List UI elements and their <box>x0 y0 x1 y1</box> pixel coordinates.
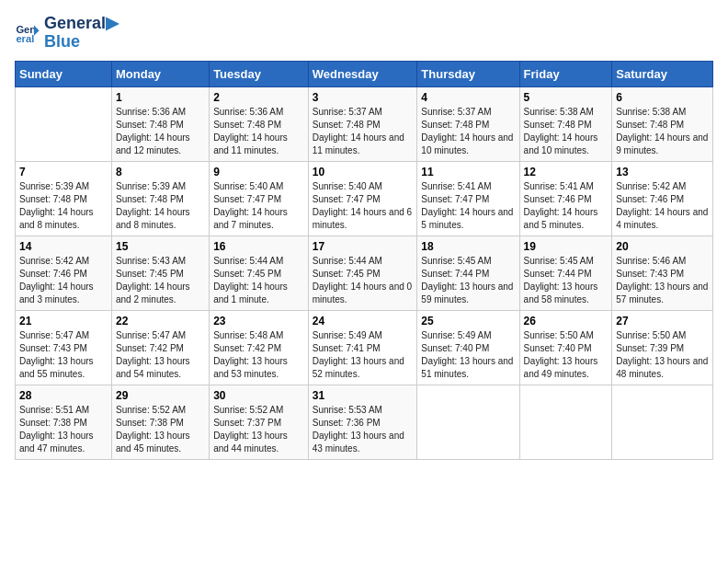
day-cell: 25Sunrise: 5:49 AMSunset: 7:40 PMDayligh… <box>417 310 519 385</box>
week-row-4: 21Sunrise: 5:47 AMSunset: 7:43 PMDayligh… <box>16 310 713 385</box>
day-cell: 30Sunrise: 5:52 AMSunset: 7:37 PMDayligh… <box>210 385 309 459</box>
day-info: Sunrise: 5:45 AMSunset: 7:44 PMDaylight:… <box>524 255 609 306</box>
day-info: Sunrise: 5:49 AMSunset: 7:41 PMDaylight:… <box>313 329 414 381</box>
day-cell <box>519 385 612 459</box>
day-number: 13 <box>616 166 709 178</box>
header-monday: Monday <box>111 61 209 86</box>
svg-marker-2 <box>34 25 40 35</box>
day-cell: 6Sunrise: 5:38 AMSunset: 7:48 PMDaylight… <box>612 86 713 161</box>
day-cell: 31Sunrise: 5:53 AMSunset: 7:36 PMDayligh… <box>308 385 417 459</box>
day-cell: 2Sunrise: 5:36 AMSunset: 7:48 PMDaylight… <box>210 86 309 161</box>
week-row-3: 14Sunrise: 5:42 AMSunset: 7:46 PMDayligh… <box>16 236 713 310</box>
day-info: Sunrise: 5:43 AMSunset: 7:45 PMDaylight:… <box>116 255 205 306</box>
day-number: 14 <box>19 240 108 253</box>
day-info: Sunrise: 5:50 AMSunset: 7:39 PMDaylight:… <box>616 329 709 381</box>
day-info: Sunrise: 5:52 AMSunset: 7:37 PMDaylight:… <box>213 404 304 455</box>
logo-icon: Gen eral <box>15 20 40 46</box>
day-cell <box>16 86 112 161</box>
header-thursday: Thursday <box>417 61 519 86</box>
week-row-5: 28Sunrise: 5:51 AMSunset: 7:38 PMDayligh… <box>16 385 713 459</box>
header-wednesday: Wednesday <box>308 61 417 86</box>
day-info: Sunrise: 5:46 AMSunset: 7:43 PMDaylight:… <box>616 255 709 306</box>
day-cell: 24Sunrise: 5:49 AMSunset: 7:41 PMDayligh… <box>308 310 417 385</box>
day-number: 30 <box>213 389 304 402</box>
day-number: 2 <box>213 91 304 104</box>
logo-text-blue: Blue <box>44 33 119 52</box>
day-info: Sunrise: 5:47 AMSunset: 7:42 PMDaylight:… <box>116 329 205 381</box>
day-number: 3 <box>313 91 414 104</box>
day-cell: 10Sunrise: 5:40 AMSunset: 7:47 PMDayligh… <box>308 161 417 236</box>
day-number: 20 <box>616 240 709 253</box>
day-number: 17 <box>313 240 414 253</box>
day-cell <box>612 385 713 459</box>
day-number: 9 <box>213 166 304 178</box>
day-cell: 15Sunrise: 5:43 AMSunset: 7:45 PMDayligh… <box>111 236 209 310</box>
day-cell: 4Sunrise: 5:37 AMSunset: 7:48 PMDaylight… <box>417 86 519 161</box>
calendar-header-row: SundayMondayTuesdayWednesdayThursdayFrid… <box>16 61 713 86</box>
day-number: 18 <box>421 240 515 253</box>
day-cell: 20Sunrise: 5:46 AMSunset: 7:43 PMDayligh… <box>612 236 713 310</box>
calendar-table: SundayMondayTuesdayWednesdayThursdayFrid… <box>15 61 713 460</box>
day-number: 27 <box>616 315 709 327</box>
day-info: Sunrise: 5:41 AMSunset: 7:46 PMDaylight:… <box>524 180 609 232</box>
day-info: Sunrise: 5:47 AMSunset: 7:43 PMDaylight:… <box>19 329 108 381</box>
day-info: Sunrise: 5:48 AMSunset: 7:42 PMDaylight:… <box>213 329 304 381</box>
day-number: 28 <box>19 389 108 402</box>
day-cell: 13Sunrise: 5:42 AMSunset: 7:46 PMDayligh… <box>612 161 713 236</box>
day-info: Sunrise: 5:36 AMSunset: 7:48 PMDaylight:… <box>116 106 205 157</box>
day-info: Sunrise: 5:50 AMSunset: 7:40 PMDaylight:… <box>524 329 609 381</box>
header-sunday: Sunday <box>16 61 112 86</box>
day-cell: 28Sunrise: 5:51 AMSunset: 7:38 PMDayligh… <box>16 385 112 459</box>
day-cell: 22Sunrise: 5:47 AMSunset: 7:42 PMDayligh… <box>111 310 209 385</box>
day-info: Sunrise: 5:44 AMSunset: 7:45 PMDaylight:… <box>313 255 414 306</box>
day-number: 24 <box>313 315 414 327</box>
day-number: 23 <box>213 315 304 327</box>
day-cell <box>417 385 519 459</box>
day-number: 1 <box>116 91 205 104</box>
day-cell: 27Sunrise: 5:50 AMSunset: 7:39 PMDayligh… <box>612 310 713 385</box>
logo-text-general: General▶ <box>44 15 119 33</box>
day-number: 11 <box>421 166 515 178</box>
day-cell: 16Sunrise: 5:44 AMSunset: 7:45 PMDayligh… <box>210 236 309 310</box>
day-number: 12 <box>524 166 609 178</box>
day-info: Sunrise: 5:45 AMSunset: 7:44 PMDaylight:… <box>421 255 515 306</box>
day-number: 16 <box>213 240 304 253</box>
day-cell: 3Sunrise: 5:37 AMSunset: 7:48 PMDaylight… <box>308 86 417 161</box>
day-number: 7 <box>19 166 108 178</box>
week-row-1: 1Sunrise: 5:36 AMSunset: 7:48 PMDaylight… <box>16 86 713 161</box>
day-number: 25 <box>421 315 515 327</box>
day-info: Sunrise: 5:52 AMSunset: 7:38 PMDaylight:… <box>116 404 205 455</box>
day-cell: 19Sunrise: 5:45 AMSunset: 7:44 PMDayligh… <box>519 236 612 310</box>
header-saturday: Saturday <box>612 61 713 86</box>
day-cell: 1Sunrise: 5:36 AMSunset: 7:48 PMDaylight… <box>111 86 209 161</box>
day-cell: 7Sunrise: 5:39 AMSunset: 7:48 PMDaylight… <box>16 161 112 236</box>
logo: Gen eral General▶ Blue <box>15 15 119 52</box>
day-info: Sunrise: 5:51 AMSunset: 7:38 PMDaylight:… <box>19 404 108 455</box>
header-tuesday: Tuesday <box>210 61 309 86</box>
day-cell: 29Sunrise: 5:52 AMSunset: 7:38 PMDayligh… <box>111 385 209 459</box>
day-number: 19 <box>524 240 609 253</box>
week-row-2: 7Sunrise: 5:39 AMSunset: 7:48 PMDaylight… <box>16 161 713 236</box>
day-cell: 11Sunrise: 5:41 AMSunset: 7:47 PMDayligh… <box>417 161 519 236</box>
day-info: Sunrise: 5:41 AMSunset: 7:47 PMDaylight:… <box>421 180 515 232</box>
day-info: Sunrise: 5:36 AMSunset: 7:48 PMDaylight:… <box>213 106 304 157</box>
day-cell: 26Sunrise: 5:50 AMSunset: 7:40 PMDayligh… <box>519 310 612 385</box>
day-info: Sunrise: 5:42 AMSunset: 7:46 PMDaylight:… <box>19 255 108 306</box>
day-number: 4 <box>421 91 515 104</box>
day-number: 5 <box>524 91 609 104</box>
day-number: 21 <box>19 315 108 327</box>
day-number: 15 <box>116 240 205 253</box>
day-cell: 5Sunrise: 5:38 AMSunset: 7:48 PMDaylight… <box>519 86 612 161</box>
day-info: Sunrise: 5:37 AMSunset: 7:48 PMDaylight:… <box>313 106 414 157</box>
header-friday: Friday <box>519 61 612 86</box>
day-cell: 14Sunrise: 5:42 AMSunset: 7:46 PMDayligh… <box>16 236 112 310</box>
day-cell: 8Sunrise: 5:39 AMSunset: 7:48 PMDaylight… <box>111 161 209 236</box>
day-number: 6 <box>616 91 709 104</box>
day-number: 10 <box>313 166 414 178</box>
day-info: Sunrise: 5:40 AMSunset: 7:47 PMDaylight:… <box>213 180 304 232</box>
day-cell: 21Sunrise: 5:47 AMSunset: 7:43 PMDayligh… <box>16 310 112 385</box>
day-info: Sunrise: 5:38 AMSunset: 7:48 PMDaylight:… <box>524 106 609 157</box>
day-cell: 18Sunrise: 5:45 AMSunset: 7:44 PMDayligh… <box>417 236 519 310</box>
day-number: 29 <box>116 389 205 402</box>
day-cell: 9Sunrise: 5:40 AMSunset: 7:47 PMDaylight… <box>210 161 309 236</box>
